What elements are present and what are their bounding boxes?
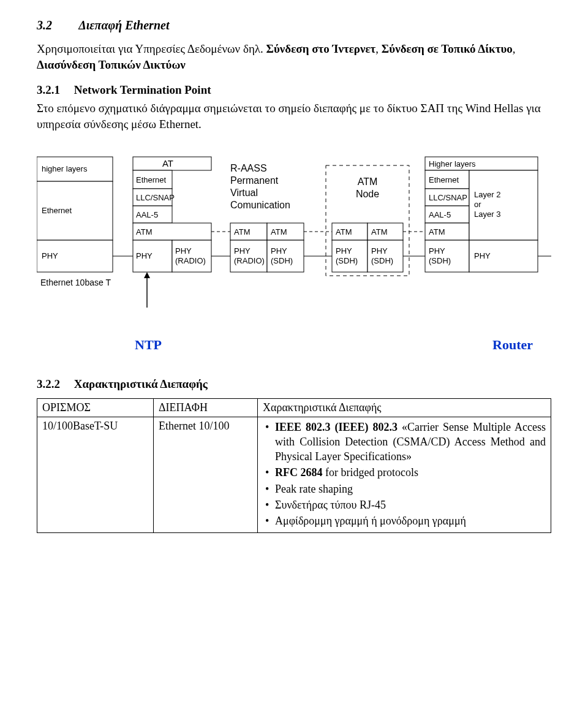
text-bold: RFC 2684	[275, 466, 323, 479]
table-cell-characteristics: IEEE 802.3 (IEEE) 802.3 «Carrier Sense M…	[258, 417, 551, 532]
table-header-row: ΟΡΙΣΜΟΣ ΔΙΕΠΑΦΗ Χαρακτηριστικά Διεπαφής	[37, 398, 551, 417]
section-3-2-title: Διεπαφή Ethernet	[78, 18, 169, 32]
section-3-2-2-number: 3.2.2	[37, 377, 71, 391]
diagram-label: (SDH)	[336, 256, 358, 265]
diagram-label: PHY	[336, 246, 352, 256]
section-3-2-2-title: Χαρακτηριστικά Διεπαφής	[74, 377, 208, 390]
table-row: 10/100BaseT-SU Ethernet 10/100 IEEE 802.…	[37, 417, 551, 532]
text-segment: ,	[513, 42, 516, 55]
diagram-label: Virtual	[230, 187, 258, 198]
diagram-label: higher layers	[42, 164, 88, 173]
diagram-label: PHY	[136, 251, 153, 260]
diagram-label: Layer 2	[474, 190, 500, 199]
text-bold: Σύνδεση στο Ίντερνετ	[266, 42, 376, 55]
text-segment: ,	[375, 42, 382, 55]
diagram-label: Comunication	[230, 200, 290, 210]
diagram-label: (RADIO)	[234, 256, 265, 265]
characteristics-list: IEEE 802.3 (IEEE) 802.3 «Carrier Sense M…	[263, 420, 546, 529]
diagram-label: ATM	[234, 227, 250, 237]
section-3-2-1-paragraph: Στο επόμενο σχηματικό διάγραμμα σημειώνε…	[37, 100, 551, 132]
diagram-label: (SDH)	[271, 256, 293, 265]
diagram-label: ATM	[336, 227, 352, 237]
ntp-label: NTP	[135, 337, 162, 353]
diagram-label: PHY	[234, 246, 251, 256]
diagram-label: PHY	[429, 246, 445, 256]
diagram-label: (RADIO)	[175, 256, 206, 265]
list-item: RFC 2684 for bridged protocols	[265, 465, 546, 480]
diagram-label: Ethernet	[429, 175, 459, 184]
table-cell-orismos: 10/100BaseT-SU	[37, 417, 154, 532]
diagram-label: AAL-5	[429, 210, 451, 219]
section-3-2-1-title: Network Termination Point	[74, 83, 211, 96]
list-item: Peak rate shaping	[265, 482, 546, 496]
section-3-2-1-heading: 3.2.1 Network Termination Point	[37, 83, 551, 97]
section-3-2-number: 3.2	[37, 18, 76, 32]
list-item: Συνδετήρας τύπου RJ-45	[265, 498, 546, 512]
svg-marker-36	[144, 272, 150, 278]
diagram-label: (SDH)	[371, 256, 393, 265]
diagram-label: ATM	[358, 176, 378, 187]
section-3-2-1-number: 3.2.1	[37, 83, 71, 97]
diagram-label: ATM	[271, 227, 287, 237]
diagram-label: PHY	[371, 246, 388, 256]
table-header: Χαρακτηριστικά Διεπαφής	[258, 398, 551, 417]
diagram-label: ATM	[371, 227, 387, 237]
diagram-label: PHY	[271, 246, 287, 256]
diagram-label: LLC/SNAP	[136, 193, 175, 202]
list-item: Αμφίδρομμη γραμμή ή μονόδρομη γραμμή	[265, 513, 546, 528]
text-bold: Διασύνδεση Τοπικών Δικτύων	[37, 58, 186, 71]
diagram-label: ATM	[429, 227, 445, 237]
table-header: ΟΡΙΣΜΟΣ	[37, 398, 154, 417]
text-bold: Σύνδεση σε Τοπικό Δίκτυο	[382, 42, 513, 55]
diagram-label: R-AASS	[230, 163, 267, 173]
diagram-label: PHY	[175, 246, 192, 256]
text-segment: Χρησιμοποιείται για Υπηρεσίες Δεδομένων …	[37, 42, 266, 55]
protocol-stack-diagram: higher layers Ethernet PHY Ethernet 10ba…	[37, 154, 551, 308]
diagram-label: Node	[356, 189, 379, 199]
section-3-2-heading: 3.2 Διεπαφή Ethernet	[37, 18, 551, 32]
diagram-label: LLC/SNAP	[429, 193, 467, 202]
table-cell-diepafi: Ethernet 10/100	[154, 417, 258, 532]
diagram-label: PHY	[42, 251, 58, 260]
list-item: IEEE 802.3 (IEEE) 802.3 «Carrier Sense M…	[265, 420, 546, 464]
diagram-label: (SDH)	[429, 256, 451, 265]
diagram-label: or	[474, 200, 481, 209]
section-3-2-2-heading: 3.2.2 Χαρακτηριστικά Διεπαφής	[37, 377, 551, 391]
diagram-label: PHY	[474, 251, 491, 260]
diagram-label: ATM	[136, 227, 152, 237]
diagram-label: Higher layers	[429, 159, 476, 168]
diagram-label: Permanent	[230, 175, 279, 186]
diagram-label: Ethernet	[42, 206, 72, 215]
characteristics-table: ΟΡΙΣΜΟΣ ΔΙΕΠΑΦΗ Χαρακτηριστικά Διεπαφής …	[37, 398, 551, 533]
diagram-caption: Ethernet 10base T	[40, 278, 111, 287]
diagram-label: Ethernet	[136, 175, 167, 184]
diagram-label: AAL-5	[136, 210, 158, 219]
text-segment: for bridged protocols	[323, 466, 418, 479]
section-3-2-paragraph: Χρησιμοποιείται για Υπηρεσίες Δεδομένων …	[37, 41, 551, 72]
text-bold: IEEE 802.3 (IEEE) 802.3	[275, 421, 398, 433]
diagram-label: AT	[162, 158, 173, 168]
diagram-label: Layer 3	[474, 210, 500, 219]
ntp-router-labels: NTP Router	[37, 337, 551, 353]
table-header: ΔΙΕΠΑΦΗ	[154, 398, 258, 417]
router-label: Router	[492, 337, 533, 353]
